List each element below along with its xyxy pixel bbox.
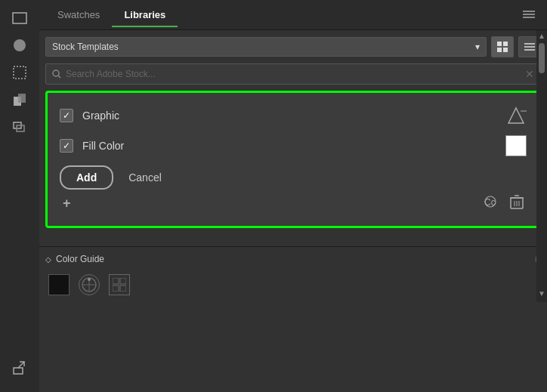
- rectangle-tool-icon[interactable]: [6, 6, 33, 30]
- grid-view-button[interactable]: [491, 36, 514, 57]
- graphic-row: ✓ Graphic: [60, 105, 527, 126]
- bottom-icons: Cc: [484, 194, 524, 212]
- svg-rect-35: [113, 278, 119, 284]
- add-to-library-dialog: ✓ Graphic ✓ Fill Color Add Cancel: [45, 91, 541, 228]
- scroll-down-arrow[interactable]: ▼: [536, 288, 547, 299]
- fill-color-row: ✓ Fill Color: [60, 135, 527, 156]
- tab-libraries[interactable]: Libraries: [112, 3, 178, 26]
- svg-point-34: [88, 278, 91, 281]
- svg-rect-2: [14, 66, 26, 79]
- color-guide-tools: [45, 271, 541, 298]
- graphic-label: Graphic: [82, 110, 496, 122]
- search-placeholder-text: Search Adobe Stock...: [66, 69, 156, 79]
- svg-rect-12: [497, 42, 502, 46]
- panel-menu-icon[interactable]: [517, 5, 541, 25]
- search-bar[interactable]: Search Adobe Stock... ✕: [45, 63, 541, 85]
- delete-icon[interactable]: [510, 194, 524, 212]
- color-grid-icon[interactable]: [109, 274, 130, 295]
- add-item-button[interactable]: +: [63, 196, 71, 211]
- scrollbar-thumb[interactable]: [539, 43, 545, 73]
- svg-marker-21: [508, 108, 524, 123]
- creative-cloud-icon: Cc: [484, 195, 501, 212]
- cancel-button[interactable]: Cancel: [128, 171, 162, 184]
- graphic-type-icon: [505, 105, 527, 126]
- svg-rect-38: [120, 286, 126, 292]
- svg-point-19: [53, 70, 59, 76]
- fill-color-checkbox[interactable]: ✓: [60, 139, 73, 153]
- chevron-icon: ◇: [45, 255, 51, 264]
- layers-tool-icon[interactable]: [6, 115, 33, 139]
- color-guide-label: Color Guide: [56, 254, 104, 264]
- svg-line-20: [58, 76, 60, 78]
- close-icon[interactable]: ✕: [525, 68, 534, 80]
- marquee-tool-icon[interactable]: [6, 60, 33, 85]
- color-harmony-icon[interactable]: [79, 274, 100, 295]
- dialog-buttons: Add Cancel: [60, 165, 527, 190]
- svg-point-1: [14, 39, 26, 51]
- svg-rect-13: [503, 42, 508, 46]
- dialog-bottom-bar: + Cc: [60, 190, 527, 214]
- svg-rect-4: [18, 94, 26, 103]
- stock-templates-dropdown[interactable]: Stock Templates ▾: [45, 37, 487, 57]
- add-button[interactable]: Add: [60, 165, 113, 190]
- circle-tool-icon[interactable]: [6, 33, 33, 57]
- svg-rect-15: [503, 48, 508, 52]
- svg-rect-37: [113, 286, 119, 292]
- chevron-down-icon: ▾: [475, 42, 480, 52]
- scrollbar[interactable]: ▲ ▼: [536, 30, 547, 302]
- dropdown-row: Stock Templates ▾: [45, 36, 541, 57]
- fill-color-swatch[interactable]: [505, 135, 527, 156]
- svg-rect-0: [13, 13, 26, 23]
- svg-line-8: [18, 362, 24, 368]
- libraries-content: Stock Templates ▾: [39, 30, 547, 240]
- left-toolbar: [0, 0, 39, 392]
- svg-rect-14: [497, 48, 502, 52]
- shape-tool-icon[interactable]: [6, 88, 33, 112]
- active-color-swatch[interactable]: [48, 274, 70, 295]
- dropdown-value: Stock Templates: [52, 42, 119, 52]
- svg-rect-36: [120, 278, 126, 284]
- color-guide-header: ◇ Color Guide ≡: [45, 253, 541, 265]
- search-icon: [52, 69, 61, 79]
- tab-swatches[interactable]: Swatches: [45, 3, 112, 26]
- fill-color-label: Fill Color: [82, 140, 496, 152]
- color-guide-section: ◇ Color Guide ≡: [39, 246, 547, 304]
- scroll-up-arrow[interactable]: ▲: [536, 30, 547, 42]
- main-panel: Swatches Libraries Stock Templates ▾: [39, 0, 547, 392]
- tabs-header: Swatches Libraries: [39, 0, 547, 30]
- graphic-checkbox[interactable]: ✓: [60, 109, 73, 122]
- export-tool-icon[interactable]: [6, 356, 33, 380]
- svg-rect-7: [14, 368, 23, 374]
- color-guide-title: ◇ Color Guide: [45, 254, 104, 264]
